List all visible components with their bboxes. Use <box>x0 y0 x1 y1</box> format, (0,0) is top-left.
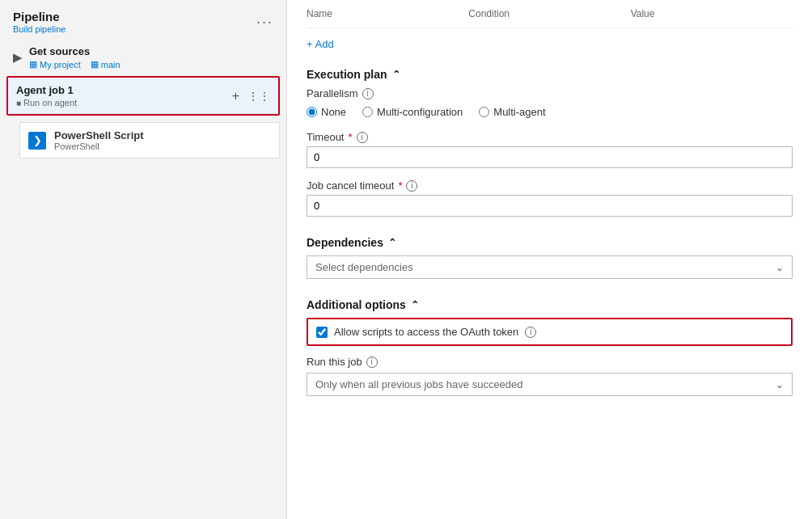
execution-plan-header[interactable]: Execution plan ⌃ <box>307 60 793 87</box>
additional-options-label: Additional options <box>307 298 406 311</box>
dependencies-label: Dependencies <box>307 236 383 249</box>
agent-job-drag-handle[interactable]: ⋮⋮ <box>247 90 270 103</box>
run-this-job-info-icon[interactable]: i <box>366 357 378 368</box>
pipeline-subtitle: Build pipeline <box>13 24 66 34</box>
allow-scripts-oauth-info-icon[interactable]: i <box>525 327 536 338</box>
job-cancel-timeout-field-group: Job cancel timeout * i <box>307 179 793 217</box>
run-on-agent-icon: ■ <box>16 99 21 108</box>
timeout-info-icon[interactable]: i <box>357 132 368 143</box>
parallelism-label: Parallelism i <box>307 87 793 99</box>
agent-job-add-button[interactable]: + <box>232 89 239 103</box>
parallelism-info-icon[interactable]: i <box>362 88 374 99</box>
pipeline-header: Pipeline Build pipeline ··· <box>0 0 286 37</box>
get-sources-branch: ▦ main <box>91 59 121 70</box>
task-subtitle: PowerShell <box>54 141 144 151</box>
timeout-label: Timeout * i <box>307 131 793 143</box>
additional-options-header[interactable]: Additional options ⌃ <box>307 290 793 318</box>
run-job-dropdown[interactable]: Only when all previous jobs have succeed… <box>307 373 793 396</box>
dependencies-chevron: ⌃ <box>388 237 396 248</box>
get-sources-project: ▦ My project <box>29 59 81 70</box>
job-cancel-timeout-info-icon[interactable]: i <box>406 180 417 192</box>
additional-options-chevron: ⌃ <box>411 299 419 310</box>
table-header: Name Condition Value <box>307 0 793 28</box>
sidebar: Pipeline Build pipeline ··· ▶ Get source… <box>0 0 287 519</box>
agent-job-card[interactable]: Agent job 1 ■ Run on agent + ⋮⋮ <box>6 76 280 116</box>
job-cancel-timeout-label: Job cancel timeout * i <box>307 179 793 192</box>
dependencies-header[interactable]: Dependencies ⌃ <box>307 228 793 255</box>
task-info: PowerShell Script PowerShell <box>54 129 144 151</box>
get-sources-meta: ▦ My project ▦ main <box>29 59 121 70</box>
task-title: PowerShell Script <box>54 129 144 141</box>
job-cancel-timeout-required: * <box>398 179 402 192</box>
timeout-required: * <box>348 131 352 143</box>
pipeline-title: Pipeline <box>13 10 66 23</box>
execution-plan-chevron: ⌃ <box>392 69 400 80</box>
execution-plan-label: Execution plan <box>307 68 387 81</box>
parallelism-radio-group: None Multi-configuration Multi-agent <box>307 106 793 118</box>
powershell-icon: ❯ <box>28 132 46 150</box>
radio-none[interactable]: None <box>307 106 346 118</box>
col-header-value: Value <box>631 8 793 19</box>
add-button[interactable]: + Add <box>307 28 793 60</box>
powershell-task-item[interactable]: ❯ PowerShell Script PowerShell <box>19 122 280 158</box>
pipeline-more-options-button[interactable]: ··· <box>256 14 273 31</box>
branch-icon: ▦ <box>91 59 99 70</box>
radio-multi-config[interactable]: Multi-configuration <box>362 106 463 118</box>
timeout-field-group: Timeout * i <box>307 131 793 168</box>
get-sources-label: Get sources <box>29 45 121 57</box>
allow-scripts-oauth-label: Allow scripts to access the OAuth token <box>334 326 518 338</box>
col-header-condition: Condition <box>468 8 630 19</box>
agent-job-subtitle: ■ Run on agent <box>16 98 77 108</box>
allow-scripts-oauth-checkbox[interactable] <box>316 327 328 338</box>
dependencies-dropdown-arrow: ⌄ <box>776 262 784 273</box>
get-sources-icon: ▶ <box>13 50 23 65</box>
get-sources-section: ▶ Get sources ▦ My project ▦ main <box>0 37 286 73</box>
dependencies-placeholder: Select dependencies <box>315 261 413 273</box>
job-cancel-timeout-input[interactable] <box>307 195 793 217</box>
col-header-name: Name <box>307 8 468 19</box>
run-this-job-label: Run this job i <box>307 356 793 368</box>
run-job-dropdown-placeholder: Only when all previous jobs have succeed… <box>315 378 523 390</box>
radio-multi-agent[interactable]: Multi-agent <box>479 106 545 118</box>
run-job-dropdown-arrow: ⌄ <box>776 379 784 390</box>
agent-job-title: Agent job 1 <box>16 84 77 96</box>
agent-job-actions: + ⋮⋮ <box>232 89 270 103</box>
allow-scripts-oauth-row: Allow scripts to access the OAuth token … <box>307 318 793 346</box>
main-panel: Name Condition Value + Add Execution pla… <box>287 0 812 519</box>
project-icon: ▦ <box>29 59 37 70</box>
dependencies-dropdown[interactable]: Select dependencies ⌄ <box>307 255 793 279</box>
agent-job-info: Agent job 1 ■ Run on agent <box>16 84 77 108</box>
timeout-input[interactable] <box>307 146 793 168</box>
